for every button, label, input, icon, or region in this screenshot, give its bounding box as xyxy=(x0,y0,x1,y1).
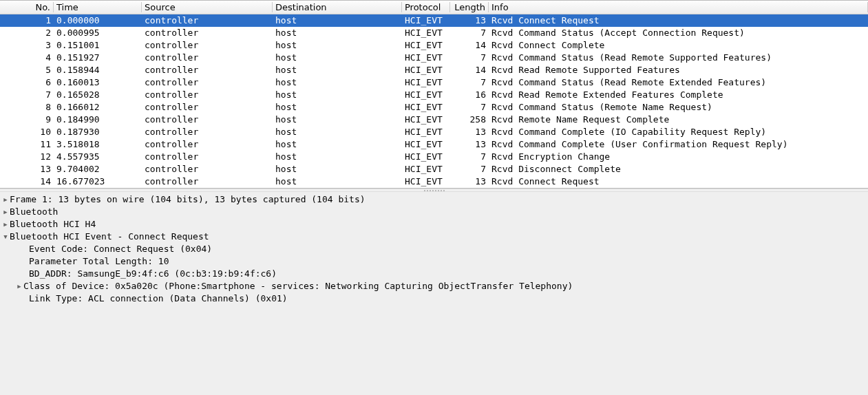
packet-row[interactable]: 80.166012controllerhostHCI_EVT7Rcvd Comm… xyxy=(0,101,868,114)
tree-event-code[interactable]: Event Code: Connect Request (0x04) xyxy=(0,243,868,255)
expand-arrow-icon[interactable]: ▶ xyxy=(15,280,23,292)
cell-destination: host xyxy=(273,138,402,151)
cell-length: 14 xyxy=(450,39,489,52)
tree-link-type[interactable]: Link Type: ACL connection (Data Channels… xyxy=(0,292,868,305)
col-header-protocol[interactable]: Protocol xyxy=(402,2,450,12)
cell-length: 13 xyxy=(450,138,489,151)
packet-row[interactable]: 50.158944controllerhostHCI_EVT14Rcvd Rea… xyxy=(0,64,868,76)
packet-row[interactable]: 113.518018controllerhostHCI_EVT13Rcvd Co… xyxy=(0,138,868,151)
cell-no: 10 xyxy=(0,126,54,138)
cell-info: Rcvd Connect Request xyxy=(489,14,868,27)
col-header-no[interactable]: No. xyxy=(0,2,54,12)
packet-row[interactable]: 70.165028controllerhostHCI_EVT16Rcvd Rea… xyxy=(0,89,868,101)
cell-protocol: HCI_EVT xyxy=(402,151,450,163)
cell-no: 2 xyxy=(0,27,54,39)
packet-details-pane[interactable]: ▶ Frame 1: 13 bytes on wire (104 bits), … xyxy=(0,192,868,395)
cell-source: controller xyxy=(142,89,273,101)
cell-no: 12 xyxy=(0,151,54,163)
cell-time: 0.000000 xyxy=(54,14,142,27)
col-header-source[interactable]: Source xyxy=(142,2,273,12)
cell-source: controller xyxy=(142,175,273,188)
cell-time: 0.000995 xyxy=(54,27,142,39)
expand-arrow-icon[interactable]: ▶ xyxy=(1,193,10,206)
tree-bluetooth[interactable]: ▶ Bluetooth xyxy=(0,206,868,218)
expand-arrow-icon[interactable]: ▶ xyxy=(1,206,10,218)
cell-destination: host xyxy=(273,64,402,76)
tree-param-len[interactable]: Parameter Total Length: 10 xyxy=(0,255,868,268)
cell-destination: host xyxy=(273,126,402,138)
cell-info: Rcvd Encryption Change xyxy=(489,151,868,163)
cell-protocol: HCI_EVT xyxy=(402,101,450,114)
packet-row[interactable]: 124.557935controllerhostHCI_EVT7Rcvd Enc… xyxy=(0,151,868,163)
cell-info: Rcvd Read Remote Extended Features Compl… xyxy=(489,89,868,101)
cell-destination: host xyxy=(273,39,402,52)
packet-list-body[interactable]: 10.000000controllerhostHCI_EVT13Rcvd Con… xyxy=(0,14,868,188)
cell-time: 9.704002 xyxy=(54,163,142,175)
cell-length: 258 xyxy=(450,114,489,126)
cell-length: 13 xyxy=(450,175,489,188)
cell-source: controller xyxy=(142,151,273,163)
cell-no: 7 xyxy=(0,89,54,101)
tree-bd-addr[interactable]: BD_ADDR: SamsungE_b9:4f:c6 (0c:b3:19:b9:… xyxy=(0,268,868,280)
col-header-info[interactable]: Info xyxy=(489,2,868,12)
expand-arrow-icon[interactable]: ▶ xyxy=(1,218,10,231)
cell-info: Rcvd Read Remote Supported Features xyxy=(489,64,868,76)
tree-label: Event Code: Connect Request (0x04) xyxy=(29,243,212,255)
packet-row[interactable]: 10.000000controllerhostHCI_EVT13Rcvd Con… xyxy=(0,14,868,27)
tree-hci-event[interactable]: ▼ Bluetooth HCI Event - Connect Request xyxy=(0,231,868,243)
cell-source: controller xyxy=(142,126,273,138)
cell-length: 7 xyxy=(450,76,489,89)
packet-row[interactable]: 60.160013controllerhostHCI_EVT7Rcvd Comm… xyxy=(0,76,868,89)
cell-protocol: HCI_EVT xyxy=(402,163,450,175)
cell-source: controller xyxy=(142,163,273,175)
cell-source: controller xyxy=(142,14,273,27)
cell-length: 16 xyxy=(450,89,489,101)
pane-splitter[interactable] xyxy=(0,189,868,192)
cell-destination: host xyxy=(273,101,402,114)
cell-length: 7 xyxy=(450,163,489,175)
cell-protocol: HCI_EVT xyxy=(402,89,450,101)
cell-time: 0.166012 xyxy=(54,101,142,114)
cell-time: 4.557935 xyxy=(54,151,142,163)
tree-hci-h4[interactable]: ▶ Bluetooth HCI H4 xyxy=(0,218,868,231)
tree-label: Bluetooth xyxy=(10,206,58,218)
cell-time: 0.151001 xyxy=(54,39,142,52)
packet-row[interactable]: 40.151927controllerhostHCI_EVT7Rcvd Comm… xyxy=(0,52,868,64)
cell-source: controller xyxy=(142,39,273,52)
cell-protocol: HCI_EVT xyxy=(402,64,450,76)
cell-time: 3.518018 xyxy=(54,138,142,151)
cell-time: 0.160013 xyxy=(54,76,142,89)
packet-row[interactable]: 90.184990controllerhostHCI_EVT258Rcvd Re… xyxy=(0,114,868,126)
packet-row[interactable]: 139.704002controllerhostHCI_EVT7Rcvd Dis… xyxy=(0,163,868,175)
tree-frame[interactable]: ▶ Frame 1: 13 bytes on wire (104 bits), … xyxy=(0,193,868,206)
cell-protocol: HCI_EVT xyxy=(402,52,450,64)
packet-row[interactable]: 100.187930controllerhostHCI_EVT13Rcvd Co… xyxy=(0,126,868,138)
cell-source: controller xyxy=(142,114,273,126)
cell-protocol: HCI_EVT xyxy=(402,76,450,89)
cell-protocol: HCI_EVT xyxy=(402,114,450,126)
cell-no: 14 xyxy=(0,175,54,188)
packet-row[interactable]: 1416.677023controllerhostHCI_EVT13Rcvd C… xyxy=(0,175,868,188)
packet-list-pane[interactable]: No. Time Source Destination Protocol Len… xyxy=(0,0,868,189)
cell-time: 0.158944 xyxy=(54,64,142,76)
cell-destination: host xyxy=(273,76,402,89)
col-header-time[interactable]: Time xyxy=(54,2,142,12)
cell-protocol: HCI_EVT xyxy=(402,126,450,138)
cell-no: 1 xyxy=(0,14,54,27)
packet-row[interactable]: 20.000995controllerhostHCI_EVT7Rcvd Comm… xyxy=(0,27,868,39)
cell-length: 7 xyxy=(450,101,489,114)
cell-destination: host xyxy=(273,163,402,175)
cell-source: controller xyxy=(142,76,273,89)
collapse-arrow-icon[interactable]: ▼ xyxy=(1,231,10,243)
cell-no: 6 xyxy=(0,76,54,89)
tree-class-of-device[interactable]: ▶ Class of Device: 0x5a020c (Phone:Smart… xyxy=(0,280,868,292)
cell-time: 0.165028 xyxy=(54,89,142,101)
cell-no: 4 xyxy=(0,52,54,64)
cell-info: Rcvd Command Complete (User Confirmation… xyxy=(489,138,868,151)
cell-length: 7 xyxy=(450,151,489,163)
packet-row[interactable]: 30.151001controllerhostHCI_EVT14Rcvd Con… xyxy=(0,39,868,52)
col-header-length[interactable]: Length xyxy=(450,2,489,12)
tree-label: Bluetooth HCI Event - Connect Request xyxy=(10,231,209,243)
col-header-destination[interactable]: Destination xyxy=(273,2,402,12)
packet-list-header: No. Time Source Destination Protocol Len… xyxy=(0,1,868,14)
